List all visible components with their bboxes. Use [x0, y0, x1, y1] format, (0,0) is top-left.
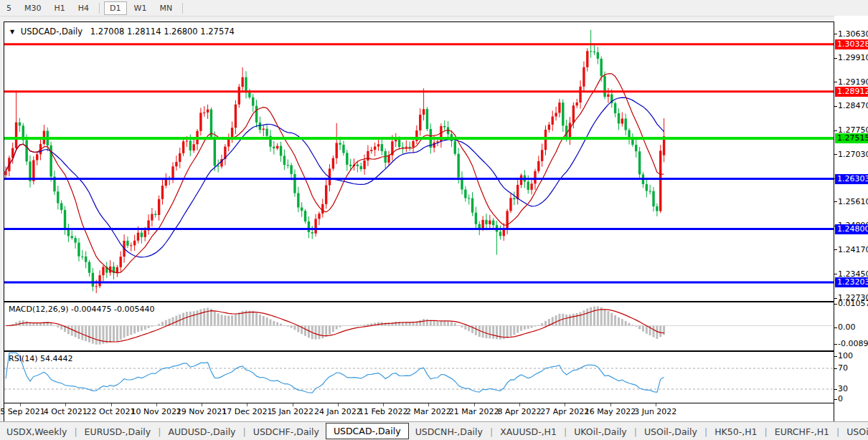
macd-axis-tick-label: 0.010578	[838, 299, 868, 308]
price-axis-tick-label: 1.28470	[838, 101, 868, 110]
price-axis-tick-mark	[834, 82, 837, 82]
chart-tab-usoil-h4[interactable]: USOil-,H4	[840, 424, 868, 439]
date-axis-tick-mark	[474, 403, 475, 406]
timeframe-button-5[interactable]: 5	[1, 1, 17, 15]
chart-tab-usoil-daily[interactable]: USOil-,Daily	[638, 424, 704, 439]
date-axis-tick-mark	[202, 403, 202, 406]
chart-tab-usdcad-daily[interactable]: USDCAD-,Daily	[326, 423, 409, 439]
macd-axis-tick-mark	[834, 327, 837, 328]
chart-title: ▼ USDCAD-,Daily 1.27008 1.28114 1.26800 …	[10, 27, 235, 37]
price-axis-tick-mark	[834, 34, 837, 34]
chart-tab-eurusd-daily[interactable]: EURUSD-,Daily	[78, 424, 158, 439]
date-axis-tick-mark	[338, 403, 339, 406]
date-axis-label: 4 Oct 2021	[44, 407, 88, 416]
chart-tab-hk50-h1[interactable]: HK50-,H1	[708, 424, 763, 439]
toolbar-separator	[182, 3, 183, 14]
timeframe-button-w1[interactable]: W1	[128, 1, 153, 15]
date-axis-tick-mark	[610, 403, 611, 406]
price-chart-pane[interactable]: ▼ USDCAD-,Daily 1.27008 1.28114 1.26800 …	[4, 21, 834, 302]
date-axis-label: 21 Mar 2022	[449, 407, 499, 416]
macd-axis-tick-label: 0.00	[838, 322, 856, 332]
timeframe-button-d1[interactable]: D1	[104, 1, 126, 15]
chart-tab-usdchf-daily[interactable]: USDCHF-,Daily	[247, 424, 326, 439]
date-axis-label: 22 Oct 2021	[87, 407, 136, 416]
price-level-badge: 1.30328	[835, 39, 868, 49]
chart-dropdown-icon[interactable]: ▼	[10, 29, 14, 35]
price-axis-tick-label: 1.30630	[838, 29, 868, 39]
price-level-badge: 1.27515	[835, 133, 868, 143]
chart-ohlc-values: 1.27008 1.28114 1.26800 1.27574	[90, 27, 235, 37]
price-axis-tick-mark	[834, 130, 837, 131]
chart-tab-usdcnh-daily[interactable]: USDCNH-,Daily	[409, 424, 489, 439]
candlestick-chart[interactable]	[4, 22, 834, 301]
chart-tab-eurchf-h1[interactable]: EURCHF-,H1	[768, 424, 836, 439]
price-level-badge: 1.24800	[835, 224, 868, 234]
price-axis-tick-mark	[834, 58, 837, 59]
timeframe-button-m30[interactable]: M30	[19, 1, 47, 15]
price-axis-tick-mark	[834, 106, 837, 107]
price-axis-tick-mark	[834, 298, 837, 299]
rsi-axis-tick-mark	[834, 389, 837, 390]
price-axis-tick-label: 1.29190	[838, 77, 868, 87]
date-axis-label: 3 Jun 2022	[634, 407, 676, 416]
rsi-label: RSI(14) 54.4442	[9, 354, 72, 363]
date-axis[interactable]: 15 Sep 20214 Oct 202122 Oct 202110 Nov 2…	[4, 403, 834, 421]
price-axis-tick-mark	[834, 201, 837, 202]
price-axis-tick-mark	[834, 249, 837, 250]
rsi-axis-tick-label: 0	[838, 394, 843, 403]
date-axis-label: 8 Apr 2022	[497, 407, 541, 416]
macd-indicator-pane[interactable]: MACD(12,26,9) -0.004475 -0.005440	[4, 302, 834, 351]
price-axis-tick-mark	[834, 274, 837, 274]
date-axis-tick-mark	[65, 403, 66, 406]
rsi-axis-tick-mark	[834, 356, 837, 357]
date-axis-tick-mark	[111, 403, 112, 406]
date-axis-label: 17 Dec 2021	[222, 407, 272, 416]
price-axis-tick-label: 1.25610	[838, 197, 868, 206]
rsi-axis-tick-label: 100	[838, 351, 853, 360]
date-axis-tick-mark	[247, 403, 247, 406]
date-axis-tick-mark	[156, 403, 157, 406]
macd-axis-tick-label: -0.00896	[838, 339, 868, 348]
date-axis-tick-mark	[656, 403, 656, 406]
date-axis-label: 10 Nov 2021	[131, 407, 181, 416]
chart-tab-audusd-daily[interactable]: AUDUSD-,Daily	[161, 424, 242, 439]
timeframe-button-mn[interactable]: MN	[154, 1, 178, 15]
date-axis-tick-mark	[519, 403, 520, 406]
timeframe-button-h4[interactable]: H4	[72, 1, 95, 15]
toolbar-separator	[99, 3, 100, 14]
date-axis-tick-mark	[293, 403, 293, 406]
date-axis-label: 11 Feb 2022	[359, 407, 407, 416]
date-axis-label: 29 Nov 2021	[176, 407, 227, 416]
price-level-badge: 1.23203	[835, 277, 868, 287]
price-axis[interactable]: 1.306301.299101.291901.284701.277501.270…	[834, 16, 868, 421]
date-axis-label: 5 Jan 2022	[271, 407, 313, 416]
price-axis-tick-label: 1.27030	[838, 150, 868, 159]
rsi-axis-tick-mark	[834, 368, 837, 369]
date-axis-tick-mark	[428, 403, 429, 406]
date-axis-label: 24 Jan 2022	[314, 407, 362, 416]
rsi-axis-tick-label: 30	[838, 384, 848, 393]
price-axis-tick-mark	[834, 154, 837, 155]
rsi-indicator-pane[interactable]: RSI(14) 54.4442	[4, 351, 834, 403]
price-axis-tick-label: 1.29910	[838, 53, 868, 62]
chart-tab-xauusd-h1[interactable]: XAUUSD-,H1	[494, 424, 563, 439]
date-axis-tick-mark	[20, 403, 21, 406]
chart-symbol-period: USDCAD-,Daily	[21, 27, 82, 37]
date-axis-label: 16 May 2022	[585, 407, 636, 416]
chart-tab-ukoil-daily[interactable]: UKOil-,Daily	[567, 424, 633, 439]
macd-axis-tick-mark	[834, 304, 837, 305]
rsi-plot[interactable]	[4, 352, 834, 403]
rsi-axis-tick-label: 70	[838, 363, 848, 373]
date-axis-label: 15 Sep 2021	[0, 407, 45, 416]
rsi-axis-tick-mark	[834, 399, 837, 400]
date-axis-tick-mark	[565, 403, 565, 406]
macd-label: MACD(12,26,9) -0.004475 -0.005440	[9, 305, 154, 314]
date-axis-label: 27 Apr 2022	[540, 407, 589, 416]
chart-tab-bar: USDX,Weekly|EURUSD-,Daily|AUDUSD-,Daily|…	[0, 421, 868, 440]
chart-tab-usdx-weekly[interactable]: USDX,Weekly	[0, 424, 73, 439]
date-axis-tick-mark	[383, 403, 384, 406]
price-level-badge: 1.26303	[835, 174, 868, 184]
timeframe-button-h1[interactable]: H1	[49, 1, 71, 15]
price-axis-tick-label: 1.24170	[838, 245, 868, 254]
macd-axis-tick-mark	[834, 344, 837, 345]
